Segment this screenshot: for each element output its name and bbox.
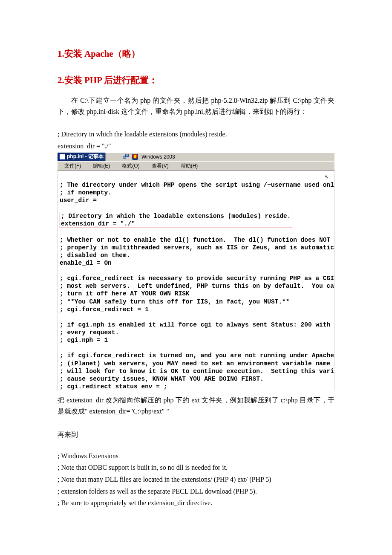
paragraph-after-shot: 把 extension_dir 改为指向你解压的 php 下的 ext 文件夹，… [58, 395, 334, 416]
notepad-app-icon [59, 154, 65, 160]
menu-edit[interactable]: 编辑(E) [88, 162, 115, 170]
ini-block-pre: ; The directory under which PHP opens th… [60, 182, 334, 204]
highlighted-lines: ; Directory in which the loadable extens… [60, 212, 292, 228]
menu-format[interactable]: 格式(O) [117, 162, 144, 170]
ext-comment-4: ; extension folders as well as the separ… [58, 486, 334, 497]
ext-comment-3: ; Note that many DLL files are located i… [58, 474, 334, 485]
code-line-comment: ; Directory in which the loadable extens… [58, 129, 334, 140]
heading-install-apache: 1.安装 Apache（略） [58, 47, 334, 61]
heading-install-php: 2.安装 PHP 后进行配置： [58, 73, 334, 88]
intro-paragraph: 在 C:\下建立一个名为 php 的文件夹，然后把 php-5.2.8-Win3… [58, 95, 334, 117]
mouse-cursor-icon: ↖ [325, 173, 329, 181]
ext-comment-2: ; Note that ODBC support is built in, so… [58, 462, 334, 473]
ini-block-post: ; Whether or not to enable the dl() func… [60, 237, 334, 390]
notepad-screenshot: php.ini - 记事本 Windows 2003 文件(F) 编辑(E) 格… [58, 153, 334, 392]
notepad-titlebar: php.ini - 记事本 Windows 2003 [58, 153, 334, 161]
ext-comment-1: ; Windows Extensions [58, 451, 334, 462]
menu-help[interactable]: 帮助(H) [176, 162, 203, 170]
notepad-menubar: 文件(F) 编辑(E) 格式(O) 查看(V) 帮助(H) [58, 161, 334, 171]
code-line-extdir: extension_dir = "./" [58, 141, 334, 152]
taskbar-tray: Windows 2003 [105, 153, 334, 161]
tray-shield-icon [132, 154, 138, 160]
ext-comment-5: ; Be sure to appropriately set the exten… [58, 497, 334, 509]
tray-label: Windows 2003 [141, 154, 175, 160]
menu-file[interactable]: 文件(F) [59, 162, 86, 170]
notepad-content[interactable]: ↖ ; The directory under which PHP opens … [58, 171, 334, 392]
paragraph-next: 再来到 [58, 429, 334, 440]
document-page: 1.安装 Apache（略） 2.安装 PHP 后进行配置： 在 C:\下建立一… [0, 0, 392, 535]
menu-view[interactable]: 查看(V) [147, 162, 174, 170]
notepad-title-text: php.ini - 记事本 [67, 153, 104, 160]
tray-network-icon [123, 154, 129, 160]
